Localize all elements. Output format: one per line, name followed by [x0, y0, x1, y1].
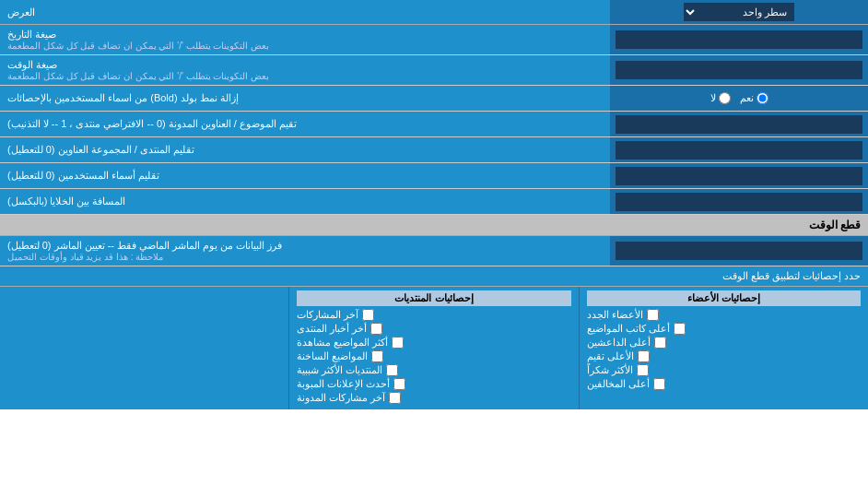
bold-removal-input-wrap: نعم لا [610, 86, 868, 111]
last-posts-checkbox[interactable] [362, 309, 374, 321]
checkbox-classifieds: أحدث الإعلانات المبوبة [297, 378, 570, 390]
date-format-label: صيغة التاريخ بعض التكوينات يتطلب '/' الت… [0, 25, 610, 54]
radio-no[interactable] [719, 92, 731, 104]
hot-topics-label: المواضيع الساخنة [297, 350, 368, 362]
display-label: العرض [0, 0, 610, 24]
most-viewed-label: أكثر المواضيع مشاهدة [297, 337, 388, 349]
forum-align-row: تقليم المنتدى / المجموعة العناوين (0 للت… [0, 137, 868, 163]
forum-news-label: أخر أخبار المنتدى [297, 323, 367, 335]
radio-yes-label[interactable]: نعم [740, 92, 768, 104]
forum-align-input-wrap: 33 [610, 137, 868, 162]
username-trim-label: تقليم أسماء المستخدمين (0 للتعطيل) [0, 163, 610, 188]
checkbox-new-members: الأعضاء الجدد [587, 309, 861, 321]
main-container: العرض سطر واحد سطرين ثلاثة أسطر صيغة الت… [0, 0, 868, 409]
forum-news-checkbox[interactable] [370, 323, 382, 335]
username-trim-row: تقليم أسماء المستخدمين (0 للتعطيل) 0 [0, 163, 868, 189]
hot-topics-checkbox[interactable] [371, 350, 383, 362]
cell-spacing-label: المسافة بين الخلايا (بالبكسل) [0, 189, 610, 214]
classifieds-checkbox[interactable] [393, 378, 405, 390]
most-viewed-checkbox[interactable] [392, 337, 404, 349]
blog-posts-label: آخر مشاركات المدونة [297, 392, 385, 404]
time-section-header: قطع الوقت [0, 215, 868, 236]
blog-posts-checkbox[interactable] [389, 392, 401, 404]
top-violations-label: أعلى المخالفين [587, 378, 650, 390]
date-format-row: صيغة التاريخ بعض التكوينات يتطلب '/' الت… [0, 25, 868, 55]
classifieds-label: أحدث الإعلانات المبوبة [297, 378, 390, 390]
time-format-input-wrap: H:i [610, 55, 868, 85]
date-format-input-wrap: d-m [610, 25, 868, 54]
checkbox-col-extra [0, 287, 289, 409]
checkbox-blog-posts: آخر مشاركات المدونة [297, 392, 570, 404]
bold-removal-row: إزالة نمط بولد (Bold) من اسماء المستخدمي… [0, 86, 868, 112]
radio-yes[interactable] [757, 92, 768, 104]
new-members-checkbox[interactable] [647, 309, 659, 321]
date-format-input[interactable]: d-m [616, 30, 862, 49]
top-rated-label: الأعلى تقيم [587, 350, 634, 362]
top-posters-label: أعلى الداعشين [587, 337, 651, 349]
subject-align-row: تقيم الموضوع / العناوين المدونة (0 -- ال… [0, 112, 868, 137]
checkbox-col-forums: إحصائيات المنتديات آخر المشاركات أخر أخب… [289, 287, 579, 409]
limit-row: حدد إحصائيات لتطبيق قطع الوقت [0, 266, 868, 287]
checkbox-col-members: إحصائيات الأعضاء الأعضاء الجدد أعلى كاتب… [580, 287, 868, 409]
time-filter-input[interactable]: 0 [616, 242, 862, 260]
col-members-header: إحصائيات الأعضاء [587, 290, 861, 306]
checkbox-top-violations: أعلى المخالفين [587, 378, 861, 390]
most-thankful-checkbox[interactable] [637, 364, 649, 376]
checkbox-forum-news: أخر أخبار المنتدى [297, 323, 570, 335]
top-posters-checkbox[interactable] [654, 337, 666, 349]
last-posts-label: آخر المشاركات [297, 309, 358, 321]
username-trim-input-wrap: 0 [610, 163, 868, 188]
subject-align-input-wrap: 33 [610, 112, 868, 136]
display-row: العرض سطر واحد سطرين ثلاثة أسطر [0, 0, 868, 25]
forum-align-label: تقليم المنتدى / المجموعة العناوين (0 للت… [0, 137, 610, 162]
popular-forums-checkbox[interactable] [386, 364, 398, 376]
col-forums-header: إحصائيات المنتديات [297, 290, 570, 306]
display-input-wrap: سطر واحد سطرين ثلاثة أسطر [610, 0, 868, 24]
cell-spacing-input-wrap: 2 [610, 189, 868, 214]
most-thankful-label: الأكثر شكراً [587, 364, 633, 376]
time-format-label: صيغة الوقت بعض التكوينات يتطلب '/' التي … [0, 55, 610, 85]
checkbox-top-writers: أعلى كاتب المواضيع [587, 323, 861, 335]
bold-removal-label: إزالة نمط بولد (Bold) من اسماء المستخدمي… [0, 86, 610, 111]
checkboxes-grid: إحصائيات الأعضاء الأعضاء الجدد أعلى كاتب… [0, 287, 868, 409]
top-writers-label: أعلى كاتب المواضيع [587, 323, 670, 335]
checkbox-popular-forums: المنتديات الأكثر شببية [297, 364, 570, 376]
time-format-input[interactable]: H:i [616, 61, 862, 79]
top-rated-checkbox[interactable] [638, 350, 650, 362]
cell-spacing-row: المسافة بين الخلايا (بالبكسل) 2 [0, 189, 868, 215]
time-filter-label: فرز البيانات من يوم الماشر الماضي فقط --… [0, 236, 610, 266]
popular-forums-label: المنتديات الأكثر شببية [297, 364, 382, 376]
checkbox-top-rated: الأعلى تقيم [587, 350, 861, 362]
top-violations-checkbox[interactable] [653, 378, 665, 390]
display-select[interactable]: سطر واحد سطرين ثلاثة أسطر [684, 3, 794, 21]
time-format-row: صيغة الوقت بعض التكوينات يتطلب '/' التي … [0, 55, 868, 86]
checkbox-last-posts: آخر المشاركات [297, 309, 570, 321]
time-filter-row: فرز البيانات من يوم الماشر الماضي فقط --… [0, 236, 868, 266]
username-trim-input[interactable]: 0 [616, 167, 862, 185]
checkbox-top-posters: أعلى الداعشين [587, 337, 861, 349]
new-members-label: الأعضاء الجدد [587, 309, 643, 321]
time-filter-input-wrap: 0 [610, 236, 868, 266]
forum-align-input[interactable]: 33 [616, 141, 862, 160]
subject-align-label: تقيم الموضوع / العناوين المدونة (0 -- ال… [0, 112, 610, 136]
cell-spacing-input[interactable]: 2 [616, 193, 862, 211]
checkbox-most-thankful: الأكثر شكراً [587, 364, 861, 376]
checkbox-most-viewed: أكثر المواضيع مشاهدة [297, 337, 570, 349]
top-writers-checkbox[interactable] [674, 323, 686, 335]
radio-no-label[interactable]: لا [710, 92, 731, 104]
subject-align-input[interactable]: 33 [616, 115, 862, 134]
checkbox-hot-topics: المواضيع الساخنة [297, 350, 570, 362]
